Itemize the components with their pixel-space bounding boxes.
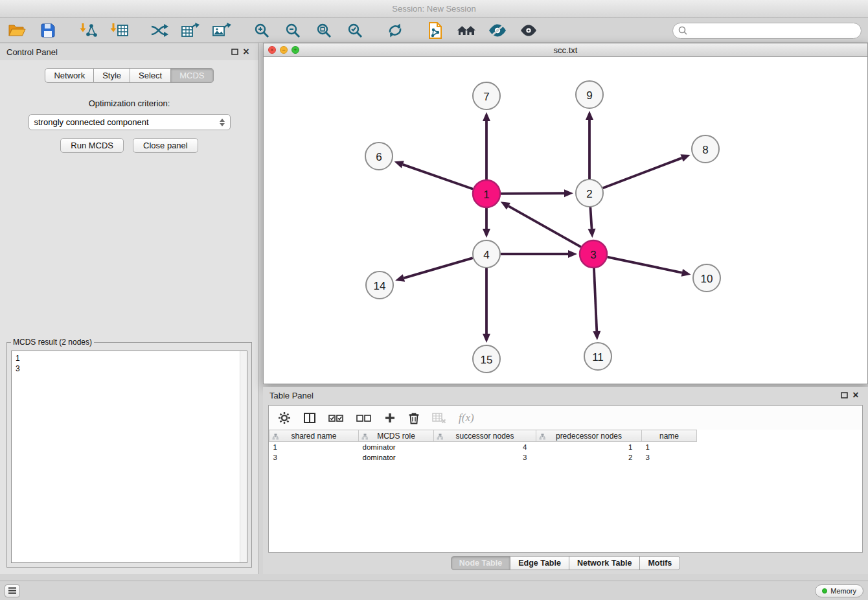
graph-node-9[interactable]: 9 <box>576 81 603 108</box>
close-panel-button[interactable]: Close panel <box>133 138 198 153</box>
table-cell[interactable]: 2 <box>536 452 642 463</box>
column-header-successor-nodes[interactable]: successor nodes <box>434 430 536 442</box>
tab-select[interactable]: Select <box>130 68 171 83</box>
tab-edge-table[interactable]: Edge Table <box>510 556 569 570</box>
search-box[interactable] <box>672 23 862 39</box>
delete-column-trash-icon[interactable] <box>408 411 420 424</box>
select-all-icon[interactable] <box>328 412 344 424</box>
tab-motifs[interactable]: Motifs <box>640 556 680 570</box>
graph-node-11[interactable]: 11 <box>584 343 611 370</box>
tab-style[interactable]: Style <box>94 68 130 83</box>
table-area: f(x) shared name MCDS role successor nod… <box>268 405 863 553</box>
float-table-window-icon[interactable] <box>838 389 850 401</box>
zoom-out-icon[interactable] <box>282 21 303 40</box>
table-panel-header: Table Panel × <box>263 387 868 404</box>
graph-edge-4-3[interactable] <box>501 250 577 258</box>
table-row[interactable]: 1dominator411 <box>269 442 697 452</box>
graph-node-4[interactable]: 4 <box>473 240 500 268</box>
graph-node-15[interactable]: 15 <box>473 345 500 373</box>
graph-edge-1-6[interactable] <box>394 161 474 189</box>
graph-node-6[interactable]: 6 <box>365 143 393 170</box>
unselect-all-icon[interactable] <box>356 412 372 424</box>
home-overview-icon[interactable] <box>456 21 477 40</box>
graph-edge-1-7[interactable] <box>483 112 490 179</box>
graph-node-10[interactable]: 10 <box>693 264 720 292</box>
export-table-icon[interactable] <box>180 21 201 40</box>
svg-text:6: 6 <box>376 151 382 163</box>
graph-edge-3-11[interactable] <box>593 268 600 340</box>
graph-edge-1-4[interactable] <box>483 208 490 238</box>
column-header-name[interactable]: name <box>642 430 697 442</box>
hide-details-eye-slash-icon[interactable] <box>487 21 508 40</box>
graph-node-3[interactable]: 3 <box>580 240 607 268</box>
zoom-fit-icon[interactable] <box>314 21 334 40</box>
window-minimize-button[interactable]: − <box>280 46 288 54</box>
table-cell[interactable]: 1 <box>536 442 642 452</box>
close-table-panel-icon[interactable]: × <box>850 389 862 401</box>
memory-button[interactable]: Memory <box>815 584 863 597</box>
zoom-selected-icon[interactable] <box>345 21 365 40</box>
table-cell[interactable]: 3 <box>269 452 359 463</box>
float-window-icon[interactable] <box>229 46 240 58</box>
table-cell[interactable]: dominator <box>359 452 434 463</box>
network-graph-canvas[interactable]: 7968124314101511 <box>264 57 867 384</box>
save-session-icon[interactable] <box>38 21 58 40</box>
show-details-eye-icon[interactable] <box>518 21 539 40</box>
zoom-group <box>251 21 365 40</box>
layout-group <box>385 21 405 40</box>
search-input[interactable] <box>691 26 856 35</box>
table-cell[interactable]: 1 <box>269 442 359 452</box>
tab-network[interactable]: Network <box>45 68 94 83</box>
apply-layout-icon[interactable] <box>385 21 405 40</box>
column-header-predecessor-nodes[interactable]: predecessor nodes <box>536 430 642 442</box>
graph-edge-2-9[interactable] <box>586 111 593 179</box>
run-mcds-button[interactable]: Run MCDS <box>60 138 124 153</box>
window-maximize-button[interactable]: + <box>291 46 299 54</box>
new-network-icon[interactable] <box>149 21 170 40</box>
graph-edge-3-1[interactable] <box>501 202 581 247</box>
tab-node-table[interactable]: Node Table <box>451 556 510 570</box>
mcds-result-title: MCDS result (2 nodes) <box>11 338 94 347</box>
graph-node-2[interactable]: 2 <box>576 179 603 207</box>
window-close-button[interactable]: × <box>268 46 276 54</box>
export-image-icon[interactable] <box>211 21 232 40</box>
svg-text:2: 2 <box>586 188 592 200</box>
view-group <box>425 21 539 40</box>
graph-edge-2-8[interactable] <box>603 154 691 188</box>
tab-network-table[interactable]: Network Table <box>569 556 641 570</box>
table-settings-gear-icon[interactable] <box>278 411 291 424</box>
graph-node-8[interactable]: 8 <box>692 135 719 163</box>
graph-edge-2-3[interactable] <box>588 207 596 238</box>
graph-edge-1-2[interactable] <box>501 189 573 197</box>
zoom-in-icon[interactable] <box>251 21 272 40</box>
main-toolbar <box>0 19 868 43</box>
table-cell[interactable]: 3 <box>642 452 697 463</box>
table-cell[interactable]: dominator <box>359 442 434 452</box>
table-row[interactable]: 3dominator323 <box>269 452 697 463</box>
close-panel-icon[interactable]: × <box>240 46 252 58</box>
table-cell[interactable]: 1 <box>642 442 697 452</box>
mcds-result-list[interactable]: 13 <box>11 351 247 563</box>
import-table-icon[interactable] <box>109 21 130 40</box>
open-session-icon[interactable] <box>6 21 27 40</box>
column-tree-icon <box>437 433 444 442</box>
graph-edge-4-15[interactable] <box>483 268 490 343</box>
graph-edge-4-14[interactable] <box>395 258 473 282</box>
graph-node-1[interactable]: 1 <box>473 180 500 207</box>
column-header-mcds-role[interactable]: MCDS role <box>359 430 434 442</box>
panel-menu-button[interactable] <box>5 584 20 597</box>
show-columns-icon[interactable] <box>303 411 316 424</box>
graph-node-14[interactable]: 14 <box>366 271 393 299</box>
tab-mcds[interactable]: MCDS <box>171 68 213 83</box>
import-network-icon[interactable] <box>78 21 98 40</box>
optimization-dropdown[interactable]: strongly connected component <box>29 114 231 130</box>
control-panel-title: Control Panel <box>6 47 58 57</box>
table-cell[interactable]: 3 <box>434 452 536 463</box>
graph-edge-3-10[interactable] <box>608 257 691 277</box>
graph-node-7[interactable]: 7 <box>473 82 500 110</box>
column-header-shared-name[interactable]: shared name <box>269 430 359 442</box>
network-file-icon[interactable] <box>425 21 446 40</box>
table-cell[interactable]: 4 <box>434 442 536 452</box>
add-column-plus-icon[interactable] <box>384 412 396 424</box>
result-scrollbar[interactable] <box>240 351 247 562</box>
